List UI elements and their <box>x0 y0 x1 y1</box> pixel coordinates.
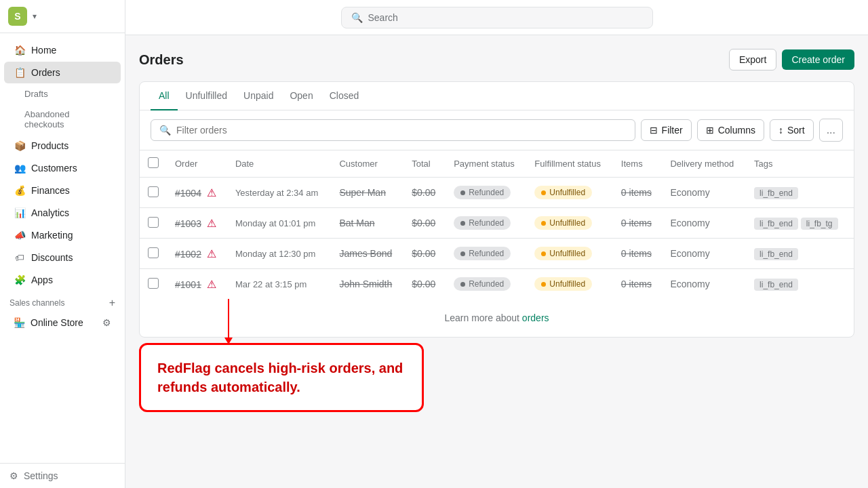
row-order-num[interactable]: #1003 ⚠ <box>167 208 227 239</box>
orders-table: Order Date Customer Total Payment status… <box>140 150 854 299</box>
sidebar-item-customers-label: Customers <box>31 163 77 174</box>
row-tags: li_fb_endli_fb_tg <box>746 208 854 239</box>
row-checkbox-1[interactable] <box>148 217 159 228</box>
sidebar-item-customers[interactable]: 👥 Customers <box>4 157 121 179</box>
orders-card: All Unfulfilled Unpaid Open Closed 🔍 ⊟ F… <box>139 81 854 338</box>
orders-learn-more-link[interactable]: orders <box>522 312 549 323</box>
settings-item[interactable]: ⚙ Settings <box>9 470 115 481</box>
row-checkbox-cell <box>140 208 167 239</box>
create-order-button[interactable]: Create order <box>782 49 854 70</box>
payment-status-dot <box>460 221 465 226</box>
table-row: #1001 ⚠ Mar 22 at 3:15 pm John Smidth $0… <box>140 269 854 300</box>
page-title: Orders <box>139 52 184 68</box>
more-options-button[interactable]: ... <box>819 119 843 142</box>
table-row: #1003 ⚠ Monday at 01:01 pm Bat Man $0.00… <box>140 208 854 239</box>
store-icon: 🏪 <box>14 317 25 328</box>
sidebar-item-finances[interactable]: 💰 Finances <box>4 180 121 201</box>
sidebar-item-discounts[interactable]: 🏷 Discounts <box>4 247 121 268</box>
page-header: Orders Export Create order <box>139 49 854 70</box>
payment-status-dot <box>460 282 465 287</box>
row-items: 0 items <box>613 208 663 239</box>
sales-channels-label: Sales channels <box>9 298 64 308</box>
row-customer[interactable]: Bat Man <box>331 208 403 239</box>
row-order-num[interactable]: #1004 ⚠ <box>167 178 227 208</box>
sidebar-item-apps[interactable]: 🧩 Apps <box>4 269 121 291</box>
sidebar-item-abandoned-label: Abandoned checkouts <box>24 109 111 129</box>
fulfillment-status-dot <box>541 190 546 195</box>
row-order-num[interactable]: #1001 ⚠ <box>167 269 227 300</box>
row-checkbox-0[interactable] <box>148 186 159 197</box>
columns-button[interactable]: ⊞ Columns <box>697 119 764 141</box>
select-all-checkbox[interactable] <box>148 157 159 168</box>
filter-button[interactable]: ⊟ Filter <box>641 119 692 141</box>
sidebar-item-marketing-label: Marketing <box>31 230 73 241</box>
col-delivery: Delivery method <box>662 150 746 178</box>
sidebar-item-marketing[interactable]: 📣 Marketing <box>4 224 121 246</box>
row-total: $0.00 <box>403 269 446 300</box>
tab-open[interactable]: Open <box>281 82 321 110</box>
tag: li_fb_end <box>754 187 798 199</box>
filter-search-input[interactable] <box>176 125 627 136</box>
online-store-settings-icon[interactable]: ⚙ <box>102 317 111 328</box>
sort-icon: ↕ <box>778 125 783 136</box>
home-icon: 🏠 <box>14 44 26 56</box>
row-date: Monday at 12:30 pm <box>227 239 332 269</box>
orders-icon: 📋 <box>14 66 26 79</box>
sidebar-item-finances-label: Finances <box>31 185 70 196</box>
learn-more-section: Learn more about orders <box>140 299 854 337</box>
tab-all[interactable]: All <box>151 82 178 110</box>
settings-label: Settings <box>24 470 58 481</box>
row-delivery: Economy <box>662 239 746 269</box>
col-customer: Customer <box>331 150 403 178</box>
row-fulfillment-status: Unfulfilled <box>526 269 613 300</box>
sidebar-item-orders[interactable]: 📋 Orders <box>4 62 121 83</box>
col-items: Items <box>613 150 663 178</box>
finances-icon: 💰 <box>14 184 26 197</box>
apps-icon: 🧩 <box>14 274 26 286</box>
row-checkbox-3[interactable] <box>148 278 159 289</box>
sidebar-item-apps-label: Apps <box>31 274 53 285</box>
sidebar-item-analytics-label: Analytics <box>31 207 69 218</box>
sort-button[interactable]: ↕ Sort <box>770 119 814 141</box>
col-date: Date <box>227 150 332 178</box>
tab-closed[interactable]: Closed <box>321 82 368 110</box>
row-payment-status: Refunded <box>446 178 526 208</box>
row-total: $0.00 <box>403 239 446 269</box>
arrow-shaft <box>228 299 229 338</box>
sidebar-item-orders-label: Orders <box>31 67 60 78</box>
learn-more-text: Learn more about <box>444 312 521 323</box>
store-dropdown-arrow[interactable]: ▾ <box>33 12 37 21</box>
sidebar-item-online-store[interactable]: 🏪 Online Store ⚙ <box>4 312 121 333</box>
row-order-num[interactable]: #1002 ⚠ <box>167 239 227 269</box>
fulfillment-status-dot <box>541 251 546 256</box>
tab-unfulfilled[interactable]: Unfulfilled <box>178 82 235 110</box>
fulfillment-status-dot <box>541 282 546 287</box>
payment-status-dot <box>460 190 465 195</box>
export-button[interactable]: Export <box>729 49 776 70</box>
header-actions: Export Create order <box>729 49 854 70</box>
risk-warning-icon: ⚠ <box>207 218 216 229</box>
row-delivery: Economy <box>662 269 746 300</box>
row-checkbox-2[interactable] <box>148 247 159 258</box>
global-search-bar[interactable]: 🔍 Search <box>341 7 653 28</box>
sidebar-item-abandoned[interactable]: Abandoned checkouts <box>4 104 121 134</box>
sidebar-item-analytics[interactable]: 📊 Analytics <box>4 202 121 224</box>
row-checkbox-cell <box>140 269 167 300</box>
filters-row: 🔍 ⊟ Filter ⊞ Columns ↕ Sort ... <box>140 110 854 150</box>
add-sales-channel-button[interactable]: + <box>109 297 115 309</box>
sidebar-item-drafts[interactable]: Drafts <box>4 84 121 104</box>
settings-icon: ⚙ <box>9 470 18 481</box>
store-logo[interactable]: S <box>8 7 27 26</box>
row-date: Monday at 01:01 pm <box>227 208 332 239</box>
row-customer[interactable]: John Smidth <box>331 269 403 300</box>
tab-unpaid[interactable]: Unpaid <box>235 82 281 110</box>
risk-warning-icon: ⚠ <box>207 187 216 199</box>
sidebar: S ▾ 🏠 Home 📋 Orders Drafts Abandoned che… <box>0 0 125 488</box>
sidebar-item-home[interactable]: 🏠 Home <box>4 39 121 61</box>
callout-box: RedFlag cancels high-risk orders, and re… <box>139 343 424 412</box>
row-customer[interactable]: Super Man <box>331 178 403 208</box>
sidebar-item-products[interactable]: 📦 Products <box>4 135 121 157</box>
main-content: 🔍 Search Orders Export Create order All … <box>125 0 868 488</box>
page-content: Orders Export Create order All Unfulfill… <box>125 35 868 488</box>
row-customer[interactable]: James Bond <box>331 239 403 269</box>
